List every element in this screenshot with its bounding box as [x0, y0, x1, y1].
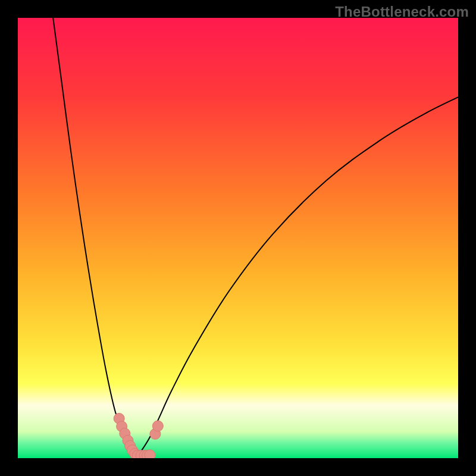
bottleneck-curve-chart	[18, 18, 458, 458]
plot-area	[18, 18, 458, 458]
watermark-text: TheBottleneck.com	[335, 4, 469, 20]
chart-frame: TheBottleneck.com	[0, 0, 476, 476]
data-marker	[152, 421, 163, 431]
data-marker	[145, 450, 155, 458]
